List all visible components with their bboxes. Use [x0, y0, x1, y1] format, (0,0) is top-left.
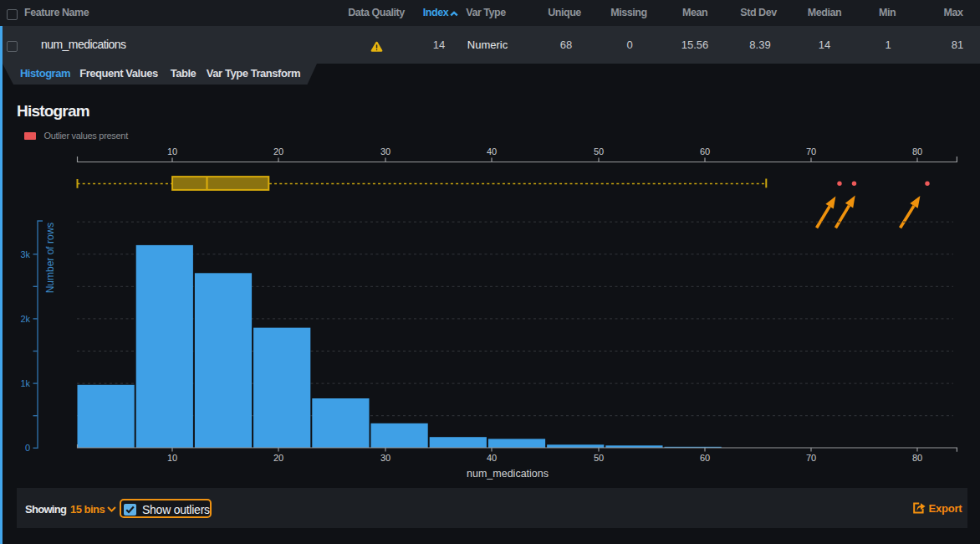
svg-text:60: 60 — [700, 453, 710, 463]
svg-text:50: 50 — [594, 146, 604, 157]
svg-text:10: 10 — [167, 146, 177, 157]
svg-text:30: 30 — [380, 146, 390, 157]
svg-text:80: 80 — [912, 146, 922, 157]
svg-text:50: 50 — [594, 453, 604, 463]
svg-text:num_medications: num_medications — [467, 468, 549, 480]
svg-text:20: 20 — [273, 146, 283, 157]
svg-text:10: 10 — [167, 453, 177, 463]
svg-text:70: 70 — [806, 453, 816, 463]
svg-text:0: 0 — [25, 443, 30, 453]
svg-text:30: 30 — [380, 453, 390, 463]
svg-text:60: 60 — [700, 146, 710, 157]
svg-text:40: 40 — [487, 453, 497, 463]
svg-text:2k: 2k — [20, 314, 30, 324]
svg-text:3k: 3k — [20, 249, 30, 259]
svg-text:70: 70 — [806, 146, 816, 157]
svg-text:40: 40 — [487, 146, 497, 157]
svg-text:80: 80 — [912, 453, 922, 463]
svg-text:1k: 1k — [20, 378, 30, 388]
svg-text:Number of rows: Number of rows — [44, 223, 56, 294]
svg-text:20: 20 — [273, 453, 283, 463]
